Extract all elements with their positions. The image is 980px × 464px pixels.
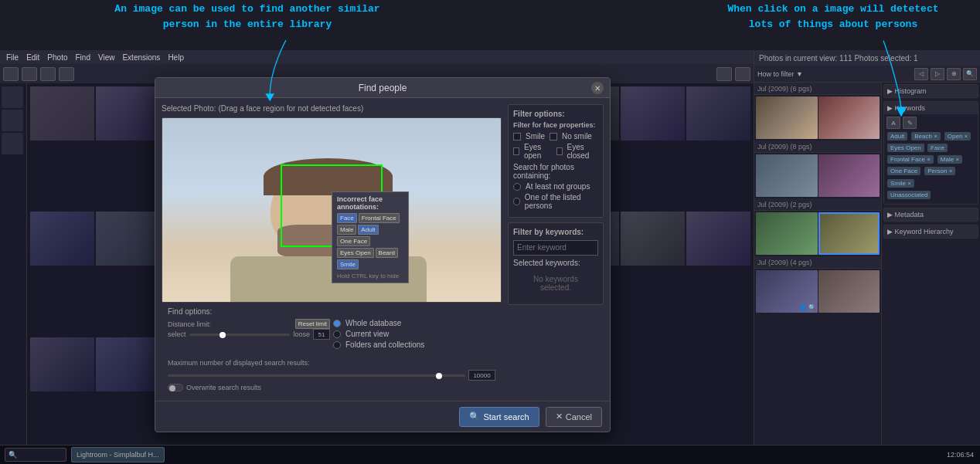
photo-thumb-13[interactable] (96, 212, 160, 266)
toolbar-btn-5[interactable] (716, 67, 732, 81)
photo-thumb-10[interactable] (621, 86, 685, 141)
photo-preview[interactable]: Incorrect face annotations: Face Frontal… (162, 117, 502, 303)
dialog-close-button[interactable]: ✕ (591, 82, 604, 94)
slider-thumb[interactable] (219, 332, 226, 338)
menu-view[interactable]: View (98, 53, 115, 62)
tooltip-eyes-open-btn[interactable]: Eyes Open (337, 248, 374, 258)
eyes-open-checkbox[interactable] (513, 147, 519, 155)
overwrite-row: Overwrite search results (168, 384, 495, 391)
taskbar-search[interactable]: 🔍 (5, 448, 66, 462)
metadata-title[interactable]: ▶ Metadata (884, 208, 978, 221)
keyword-tags-row-3: One Face Person × Smile × (886, 166, 975, 188)
rp-btn-2[interactable]: ▷ (931, 68, 944, 80)
slider-value: 51 (318, 331, 325, 338)
face-annotations-tooltip: Incorrect face annotations: Face Frontal… (332, 191, 409, 283)
start-search-label: Start search (483, 412, 529, 422)
keyword-input[interactable] (513, 240, 598, 256)
rp-thumb-7[interactable]: 👤 🔍 (756, 270, 818, 313)
smile-row: Smile No smile (513, 132, 598, 141)
sidebar-nav-item-3[interactable] (2, 133, 23, 154)
toolbar-btn-6[interactable] (735, 67, 750, 81)
tooltip-beard-btn[interactable]: Beard (376, 248, 398, 258)
kw-eyes-open: Eyes Open (887, 144, 924, 152)
overwrite-toggle[interactable] (168, 384, 183, 391)
keyword-tags-row-2: Frontal Face × Male × (886, 154, 975, 164)
persons-not-groups-label: At least not groups (526, 182, 590, 191)
photo-thumb-11[interactable] (686, 86, 750, 141)
reset-limit-btn[interactable]: Reset limit (295, 319, 330, 329)
kw-adult: Adult (887, 132, 907, 141)
menu-extensions[interactable]: Extensions (122, 53, 160, 62)
annotation-right: When click on a image will detetect lots… (702, 2, 965, 32)
one-person-radio[interactable] (513, 198, 520, 205)
rp-thumb-3[interactable] (756, 154, 818, 197)
keyword-filter-title: Filter by keywords: (513, 228, 598, 236)
menu-find[interactable]: Find (76, 53, 90, 62)
scope-row-1: Whole database (333, 319, 495, 327)
photo-thumb-21[interactable] (621, 212, 685, 266)
rp-thumb-5[interactable] (756, 212, 818, 255)
current-view-radio[interactable] (333, 330, 341, 338)
tooltip-adult-btn[interactable]: Adult (358, 225, 378, 235)
menubar[interactable]: File Edit Photo Find View Extensions Hel… (0, 50, 754, 64)
photo-thumb-24[interactable] (96, 337, 160, 391)
rp-btn-1[interactable]: ◁ (914, 68, 928, 80)
cancel-icon: ✕ (556, 412, 563, 422)
keyword-hierarchy-section: ▶ Keyword Hierarchy (883, 225, 978, 239)
max-results-thumb[interactable] (436, 373, 442, 379)
sidebar-nav-item-1[interactable] (2, 86, 23, 108)
rp-thumb-6-selected[interactable] (818, 212, 880, 255)
rp-thumb-4[interactable] (818, 154, 880, 197)
loose-label: loose (293, 330, 310, 338)
taskbar-app[interactable]: Lightroom - Simplalbuf H... (71, 447, 165, 462)
filter-face-props-title: Filter for face properties: (513, 121, 598, 129)
photo-thumb-12[interactable] (30, 212, 94, 266)
cancel-label: Cancel (566, 412, 592, 422)
filter-section: Filter options: Filter for face properti… (508, 104, 604, 395)
tooltip-face-btn[interactable]: Face (337, 213, 357, 223)
menu-file[interactable]: File (6, 53, 19, 62)
start-search-button[interactable]: 🔍 Start search (459, 407, 539, 427)
rp-thumb-1[interactable] (756, 97, 818, 139)
toolbar-btn-4[interactable] (59, 67, 74, 81)
tooltip-male-btn[interactable]: Male (337, 225, 356, 235)
photo-thumb-22[interactable] (686, 212, 750, 266)
no-smile-checkbox[interactable] (550, 133, 557, 141)
find-options-grid: Distance limit: Reset limit select loose… (168, 319, 495, 351)
max-results-track[interactable] (168, 374, 465, 377)
toolbar-btn-3[interactable] (40, 67, 56, 81)
distance-header: Distance limit: Reset limit (168, 319, 330, 329)
persons-not-groups-radio[interactable] (513, 183, 521, 191)
slider-track[interactable] (189, 334, 291, 336)
rp-btn-4[interactable]: 🔍 (963, 68, 977, 80)
kw-male: Male × (937, 155, 962, 164)
tooltip-buttons: Face Frontal Face Male Adult One Face Ey… (337, 213, 403, 269)
current-view-label: Current view (345, 330, 389, 338)
photo-thumb-23[interactable] (30, 337, 94, 391)
smile-checkbox[interactable] (513, 133, 521, 141)
toolbar-btn-1[interactable] (3, 67, 19, 81)
dialog-body: Selected Photo: (Drag a face region for … (155, 98, 610, 401)
photo-thumb-2[interactable] (96, 86, 160, 141)
max-results-controls: 10000 (168, 370, 495, 381)
sidebar-nav-item-2[interactable] (2, 110, 23, 131)
folders-radio[interactable] (333, 341, 341, 349)
find-options-title: Find options: (168, 307, 495, 316)
tooltip-one-face-btn[interactable]: One Face (337, 236, 370, 246)
tooltip-smile-btn[interactable]: Smile (337, 259, 359, 269)
menu-edit[interactable]: Edit (26, 53, 39, 62)
keyword-hierarchy-title[interactable]: ▶ Keyword Hierarchy (884, 225, 978, 238)
eyes-closed-label: Eyes closed (567, 143, 598, 160)
photo-thumb-1[interactable] (30, 86, 94, 141)
whole-db-radio[interactable] (333, 320, 341, 327)
menu-photo[interactable]: Photo (47, 53, 67, 62)
rp-btn-3[interactable]: ⊕ (947, 68, 961, 80)
rp-thumb-8[interactable] (818, 270, 880, 313)
toolbar-btn-2[interactable] (22, 67, 37, 81)
filter-label[interactable]: How to filter ▼ (757, 70, 803, 78)
cancel-button[interactable]: ✕ Cancel (546, 407, 602, 427)
menu-help[interactable]: Help (168, 53, 184, 62)
tooltip-frontal-face-btn[interactable]: Frontal Face (359, 213, 400, 223)
eyes-closed-checkbox[interactable] (556, 147, 563, 155)
dialog-titlebar: Find people ✕ (155, 78, 610, 98)
